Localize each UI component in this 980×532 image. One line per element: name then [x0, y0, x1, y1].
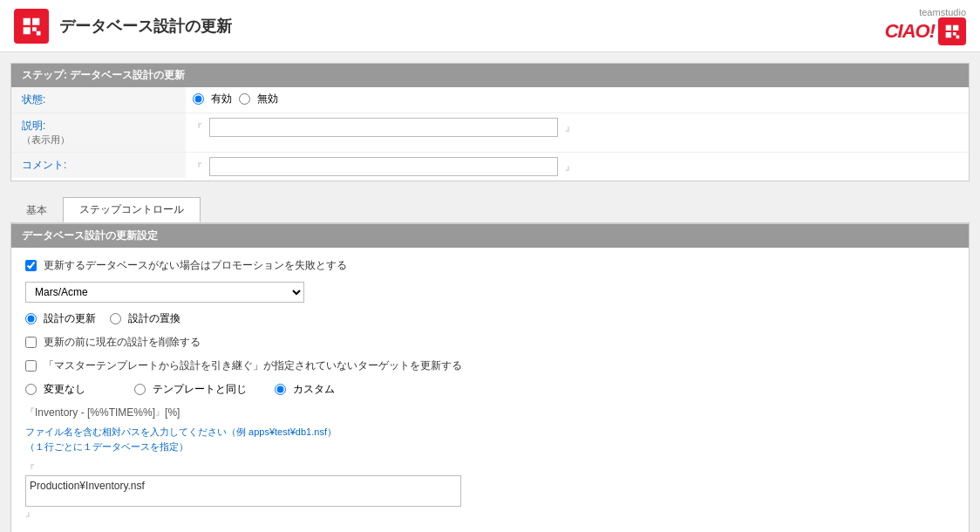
design-replace-radio[interactable] [110, 313, 121, 324]
description-input[interactable] [209, 118, 558, 137]
same-template-label[interactable]: テンプレートと同じ [134, 382, 247, 397]
description-label: 説明: （表示用） [11, 113, 186, 152]
help-block: ファイル名を含む相対パスを入力してください（例 apps¥test¥db1.ns… [25, 426, 955, 454]
settings-panel-header: データベース設計の更新設定 [11, 224, 969, 248]
comment-input[interactable] [209, 157, 558, 176]
status-valid-label[interactable]: 有効 [193, 92, 232, 106]
design-update-label[interactable]: 設計の更新 [25, 311, 96, 326]
dropdown-row: Mars/Acme [25, 282, 955, 303]
settings-panel: データベース設計の更新設定 更新するデータベースがない場合はプロモーションを失敗… [10, 223, 970, 532]
step-panel-body: 状態: 有効 無効 説明: （表示用） [11, 87, 969, 181]
status-label: 状態: [11, 87, 186, 113]
header: データベース設計の更新 teamstudio CIAO! [0, 0, 980, 52]
design-update-radio[interactable] [25, 313, 37, 324]
brand: teamstudio CIAO! [885, 7, 966, 45]
filename-suffix: [%] [165, 406, 180, 419]
checkbox2[interactable] [25, 337, 37, 348]
checkbox1-row: 更新するデータベースがない場合はプロモーションを失敗とする [25, 258, 955, 273]
tabs-section: 基本 ステップコントロール [10, 192, 970, 223]
help-text-1: ファイル名を含む相対パスを入力してください（例 apps¥test¥db1.ns… [25, 426, 955, 439]
filename-prefix: Inventory - [%%TIME%%] [35, 406, 155, 419]
checkbox3-row: 「マスターテンプレートから設計を引き継ぐ」が指定されていないターゲットを更新する [25, 358, 955, 373]
brand-icon [938, 17, 966, 45]
design-replace-label[interactable]: 設計の置換 [110, 311, 180, 326]
comment-value: 『 』 [186, 153, 969, 181]
checkbox2-label[interactable]: 更新の前に現在の設計を削除する [25, 335, 201, 350]
checkbox3-label[interactable]: 「マスターテンプレートから設計を引き継ぐ」が指定されていないターゲットを更新する [25, 358, 462, 373]
no-change-label[interactable]: 変更なし [25, 382, 85, 397]
status-invalid-label[interactable]: 無効 [239, 92, 278, 106]
tab-basic[interactable]: 基本 [10, 199, 63, 222]
filepath-input[interactable]: Production¥Inventory.nsf [25, 475, 461, 507]
step-panel-header: ステップ: データベース設計の更新 [11, 64, 969, 87]
help-text-2: （１行ごとに１データベースを指定） [25, 440, 955, 454]
brand-name: CIAO! [885, 20, 935, 43]
comment-row: コメント: 『 』 [11, 153, 969, 181]
app-icon [14, 9, 49, 44]
page-title: データベース設計の更新 [59, 16, 232, 37]
custom-radio-row: 変更なし テンプレートと同じ カスタム [25, 382, 955, 397]
no-change-radio[interactable] [25, 384, 37, 395]
header-left: データベース設計の更新 [14, 9, 232, 44]
design-radio-row: 設計の更新 設計の置換 [25, 311, 955, 326]
comment-label: コメント: [11, 153, 186, 178]
checkbox1[interactable] [25, 260, 37, 271]
checkbox1-label[interactable]: 更新するデータベースがない場合はプロモーションを失敗とする [25, 258, 347, 273]
checkbox3[interactable] [25, 360, 37, 372]
settings-content: 更新するデータベースがない場合はプロモーションを失敗とする Mars/Acme … [11, 248, 969, 532]
status-value: 有効 無効 [186, 87, 969, 111]
status-valid-radio[interactable] [193, 93, 204, 105]
tab-step-control[interactable]: ステップコントロール [63, 197, 201, 222]
description-value: 『 』 [186, 113, 969, 141]
checkbox2-row: 更新の前に現在の設計を削除する [25, 335, 955, 350]
same-template-radio[interactable] [134, 384, 146, 395]
brand-label: teamstudio [919, 7, 966, 17]
status-row: 状態: 有効 無効 [11, 87, 969, 113]
filepath-block: 『 Production¥Inventory.nsf 』 [25, 462, 955, 520]
status-invalid-radio[interactable] [239, 93, 250, 105]
filename-row: 『 Inventory - [%%TIME%%] 』 [%] [25, 406, 955, 419]
custom-radio[interactable] [275, 384, 286, 395]
main-content: ステップ: データベース設計の更新 状態: 有効 無効 [0, 52, 980, 532]
database-dropdown[interactable]: Mars/Acme [25, 282, 304, 303]
description-row: 説明: （表示用） 『 』 [11, 113, 969, 153]
custom-label[interactable]: カスタム [275, 382, 335, 397]
step-panel: ステップ: データベース設計の更新 状態: 有効 無効 [10, 63, 970, 181]
